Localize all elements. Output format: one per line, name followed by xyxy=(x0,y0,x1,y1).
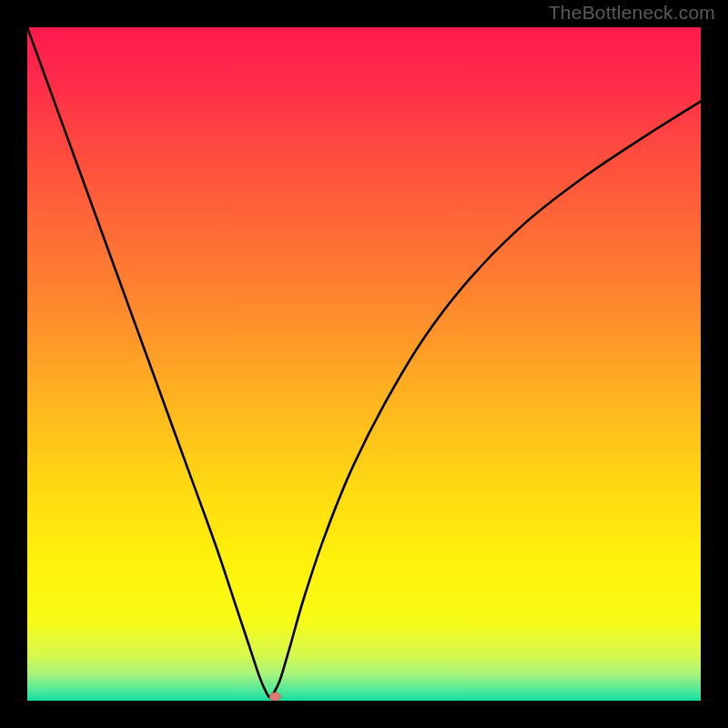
watermark-text: TheBottleneck.com xyxy=(549,2,715,24)
chart-background xyxy=(27,27,701,701)
plot-area xyxy=(27,27,701,701)
chart-svg xyxy=(27,27,701,701)
outer-frame: TheBottleneck.com xyxy=(0,0,728,728)
minimum-marker xyxy=(269,693,280,701)
